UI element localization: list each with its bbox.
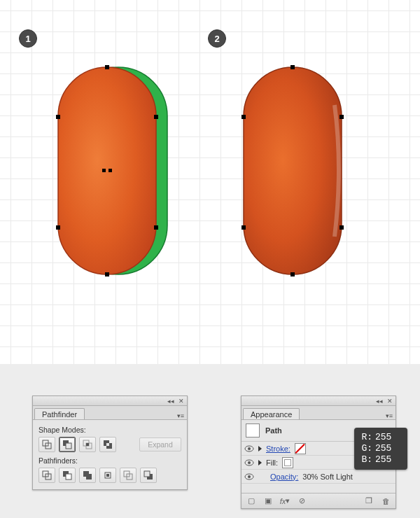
step-badge-2: 2 — [208, 29, 226, 48]
svg-rect-33 — [86, 474, 92, 479]
panel-collapse-icon[interactable]: ◂◂ — [167, 398, 174, 405]
pathfinders-label: Pathfinders: — [38, 456, 181, 465]
visibility-toggle-icon[interactable] — [244, 444, 254, 453]
pathfinder-tab[interactable]: Pathfinder — [34, 408, 85, 419]
svg-rect-6 — [154, 115, 158, 119]
svg-rect-35 — [106, 474, 109, 477]
expand-button[interactable]: Expand — [139, 438, 181, 451]
shape-modes-label: Shape Modes: — [38, 426, 181, 434]
panel-menu-icon[interactable]: ▾≡ — [386, 412, 393, 419]
svg-rect-13 — [290, 272, 295, 276]
svg-rect-16 — [340, 115, 344, 119]
b-label: B: — [360, 454, 372, 465]
g-label: G: — [360, 443, 372, 454]
panel-close-icon[interactable]: ✕ — [387, 398, 393, 405]
pathfinder-panel: ◂◂ ✕ Pathfinder ▾≡ Shape Modes: — [32, 396, 188, 490]
visibility-toggle-icon[interactable] — [244, 458, 254, 467]
svg-point-43 — [248, 461, 251, 464]
svg-rect-7 — [154, 225, 158, 230]
pathfinder-body: Shape Modes: Expand Pathfinders: — [33, 420, 187, 490]
duplicate-item-icon[interactable]: ❐ — [363, 496, 374, 507]
appearance-footer: ▢ ▣ fx▾ ⊘ ❐ 🗑 — [241, 493, 396, 508]
svg-rect-14 — [241, 115, 246, 119]
svg-rect-2 — [105, 65, 109, 69]
r-label: R: — [360, 432, 372, 443]
pathfinder-tab-row: Pathfinder ▾≡ — [33, 406, 187, 420]
disclosure-triangle-icon[interactable] — [258, 460, 262, 465]
svg-rect-1 — [58, 67, 156, 274]
svg-rect-15 — [241, 225, 246, 230]
pathfinder-minus-back[interactable] — [140, 468, 157, 483]
svg-point-41 — [248, 447, 251, 450]
svg-rect-5 — [56, 225, 60, 230]
pathfinder-tab-label: Pathfinder — [42, 410, 77, 419]
panel-close-icon[interactable]: ✕ — [178, 398, 184, 405]
shape-mode-intersect[interactable] — [79, 437, 96, 452]
fill-swatch[interactable] — [282, 457, 293, 468]
pathfinders-row — [38, 468, 181, 483]
step-badge-1-label: 1 — [25, 34, 30, 44]
g-value: 255 — [375, 443, 391, 454]
pill-1-svg — [52, 63, 172, 280]
opacity-value: 30% Soft Light — [302, 472, 353, 481]
pathfinder-crop[interactable] — [99, 468, 116, 483]
pathfinder-trim[interactable] — [59, 468, 76, 483]
svg-rect-8 — [102, 169, 106, 172]
shape-modes-row: Expand — [38, 437, 181, 452]
step-badge-1: 1 — [19, 29, 37, 48]
shape-mode-minus-front[interactable] — [59, 437, 76, 452]
opacity-label[interactable]: Opacity: — [270, 472, 298, 481]
artwork-step-2 — [238, 63, 357, 281]
appearance-tab-label: Appearance — [251, 410, 292, 419]
svg-rect-17 — [340, 225, 344, 230]
svg-rect-31 — [66, 474, 71, 479]
r-value: 255 — [375, 432, 391, 443]
svg-rect-9 — [108, 169, 112, 172]
step-badge-2-label: 2 — [214, 34, 219, 44]
shape-mode-unite[interactable] — [38, 437, 55, 452]
appearance-tab-row: Appearance ▾≡ — [241, 406, 396, 420]
svg-rect-11 — [244, 67, 342, 274]
fill-label[interactable]: Fill: — [266, 458, 278, 467]
pathfinder-panel-header: ◂◂ ✕ — [33, 396, 187, 406]
canvas-area: 1 2 — [0, 0, 420, 364]
svg-rect-21 — [66, 443, 71, 449]
panel-collapse-icon[interactable]: ◂◂ — [376, 398, 383, 405]
clear-appearance-icon[interactable]: ⊘ — [296, 496, 307, 507]
svg-rect-4 — [56, 115, 60, 119]
panel-menu-icon[interactable]: ▾≡ — [177, 412, 184, 419]
svg-rect-39 — [144, 471, 150, 477]
pathfinder-divide[interactable] — [38, 468, 55, 483]
pill-2-svg — [238, 63, 357, 280]
svg-rect-27 — [106, 443, 109, 446]
shape-mode-exclude[interactable] — [99, 437, 116, 452]
appearance-opacity-row[interactable]: Opacity: 30% Soft Light — [241, 470, 396, 484]
pathfinder-merge[interactable] — [79, 468, 96, 483]
appearance-thumb — [246, 424, 260, 438]
svg-rect-24 — [86, 443, 89, 446]
appearance-tab[interactable]: Appearance — [243, 408, 300, 419]
svg-rect-12 — [290, 65, 295, 69]
appearance-object-name: Path — [265, 426, 282, 435]
pathfinder-outline[interactable] — [120, 468, 136, 483]
expand-button-label: Expand — [148, 440, 173, 449]
stroke-swatch[interactable] — [295, 443, 306, 454]
svg-point-45 — [248, 475, 251, 478]
stroke-label[interactable]: Stroke: — [266, 444, 290, 453]
new-art-basic-icon[interactable]: ▢ — [246, 496, 257, 507]
artwork-step-1 — [52, 63, 172, 281]
rgb-readout: R:255 G:255 B:255 — [354, 428, 407, 470]
appearance-panel-header: ◂◂ ✕ — [241, 396, 396, 406]
visibility-toggle-icon[interactable] — [244, 472, 254, 481]
disclosure-triangle-icon[interactable] — [258, 446, 262, 451]
add-effect-icon[interactable]: fx▾ — [279, 496, 290, 507]
delete-item-icon[interactable]: 🗑 — [380, 496, 391, 507]
new-art-maintain-icon[interactable]: ▣ — [262, 496, 274, 507]
svg-rect-3 — [105, 272, 109, 276]
b-value: 255 — [375, 454, 391, 465]
